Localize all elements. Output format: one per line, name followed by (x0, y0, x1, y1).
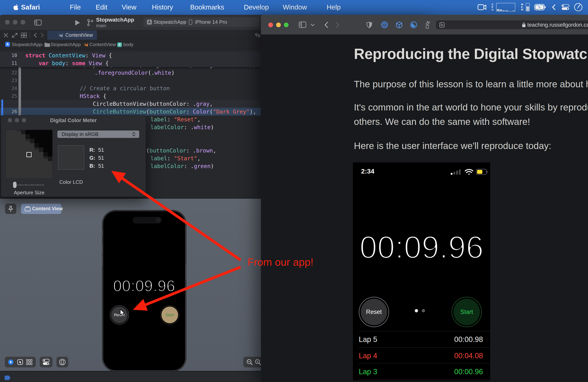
onepassword-extension-icon[interactable] (381, 21, 388, 28)
web-page: Reproducing the Digital Stopwatch The pu… (261, 35, 588, 381)
cellular-signal-icon (451, 169, 463, 175)
breadcrumb-2[interactable]: ContentView (89, 42, 116, 47)
close-button[interactable] (268, 22, 273, 27)
line-number: 11 (0, 59, 17, 67)
wifi-icon (465, 169, 473, 175)
cube-extension-icon[interactable] (396, 21, 402, 28)
tab-contentview[interactable]: ContentView (47, 31, 97, 40)
pin-preview-button[interactable] (5, 204, 16, 214)
noir-extension-icon[interactable] (410, 21, 417, 28)
sidebar-toggle-icon[interactable] (299, 21, 306, 28)
screen-record-icon[interactable] (478, 3, 486, 11)
chevron-left-icon[interactable] (552, 4, 556, 10)
page-paragraph-0: The purpose of this lesson is to learn a… (354, 79, 588, 89)
breakpoint-indicator[interactable] (5, 376, 10, 380)
stopwatch-start-button[interactable]: Start (452, 297, 482, 327)
zoom-actual-size-icon[interactable]: 1 (255, 359, 261, 365)
reader-icon[interactable] (439, 22, 445, 28)
stopwatch-reset-button[interactable]: Reset (359, 297, 389, 327)
pin-icon (8, 206, 13, 212)
device-settings-group[interactable] (40, 357, 53, 367)
slider-tick (26, 184, 26, 186)
focus-ribbon (19, 67, 21, 117)
device-bezel-group[interactable] (56, 357, 68, 367)
minimize-button[interactable] (13, 20, 18, 24)
lap-label: Lap 4 (359, 352, 377, 360)
mem-monitor-icon[interactable]: MEM (521, 3, 530, 11)
display-name-label: Color LCD (58, 179, 84, 185)
preview-target-label: Content View (32, 206, 63, 212)
display-mode-value: Display in sRGB (62, 131, 98, 137)
lap-value: 00:00.98 (454, 335, 483, 344)
live-preview-button[interactable] (8, 360, 13, 365)
scheme-chevron: › (184, 19, 186, 25)
forward-history-icon[interactable] (41, 33, 44, 38)
back-button[interactable] (325, 22, 328, 28)
battery-charging-icon[interactable] (534, 4, 546, 10)
sidebar-chevron-icon[interactable] (311, 24, 315, 26)
aperture-slider-knob[interactable] (13, 182, 17, 188)
code-review-icon[interactable] (255, 33, 261, 38)
cpu-label: CPU (492, 3, 493, 11)
breadcrumb-0[interactable]: StopwatchApp (12, 42, 42, 47)
swift-icon (84, 42, 89, 47)
svg-text:1: 1 (257, 360, 258, 363)
slider-tick (32, 184, 32, 186)
breadcrumb-separator: › (42, 42, 43, 47)
zoom-button[interactable] (21, 20, 25, 24)
selectable-mode-icon[interactable] (17, 359, 23, 365)
scheme-selector[interactable]: StopwatchApp › iPhone 14 Pro (143, 17, 259, 27)
display-mode-dropdown[interactable]: Display in sRGB (57, 130, 139, 138)
control-center-icon[interactable] (562, 4, 569, 10)
preview-reset-button[interactable]: Reset (110, 305, 129, 324)
stopwatch-screenshot: 2:34 00:09.96 Reset Start Lap 500:00.98L… (353, 162, 490, 381)
annotation-text: From our app! (248, 256, 314, 268)
run-button[interactable] (75, 20, 80, 26)
back-history-icon[interactable] (33, 33, 37, 38)
menu-edit[interactable]: Edit (96, 0, 107, 14)
menu-help[interactable]: Help (327, 0, 341, 14)
menu-view[interactable]: View (122, 0, 136, 14)
start-label: Start (460, 308, 473, 316)
page-paragraph-1: It's common in the art world to hone you… (354, 102, 588, 113)
compass-clock-icon[interactable] (574, 3, 583, 11)
menu-safari[interactable]: Safari (21, 0, 40, 14)
zoom-out-icon[interactable] (247, 359, 253, 365)
lap-value: 00:04.08 (454, 352, 483, 360)
close-tab-icon[interactable] (4, 33, 8, 37)
menu-history[interactable]: History (152, 0, 173, 14)
expand-editor-icon[interactable] (12, 33, 18, 38)
line-number: 10 (0, 52, 17, 59)
volume-up-button (102, 245, 103, 254)
menu-window[interactable]: Window (283, 0, 307, 14)
breadcrumb-1[interactable]: StopwatchApp (51, 42, 81, 47)
breadcrumb-separator: › (115, 42, 116, 47)
menu-file[interactable]: File (70, 0, 81, 14)
breadcrumb-3[interactable]: body (123, 42, 133, 47)
minimize-button[interactable] (276, 22, 281, 27)
editor-layout-icon[interactable] (21, 33, 27, 38)
line-number: 22 (0, 69, 17, 77)
privacy-shield-icon[interactable] (366, 21, 372, 28)
stopwatch-timer-display: 00:09.96 (353, 229, 490, 265)
url-bar[interactable]: teaching.russellgordon.ca (436, 21, 588, 29)
variants-icon[interactable] (26, 359, 32, 365)
reset-label: Reset (366, 308, 382, 316)
close-button[interactable] (5, 20, 10, 24)
sidebar-toggle-icon[interactable] (34, 20, 42, 25)
rgb-value-r: R:51 (89, 147, 121, 153)
cpu-monitor-icon[interactable]: CPU (492, 3, 515, 11)
page-dot-inactive[interactable] (422, 309, 425, 312)
aperture-slider-track[interactable] (14, 185, 44, 185)
menu-bookmarks[interactable]: Bookmarks (190, 0, 224, 14)
menu-develop[interactable]: Develop (244, 0, 269, 14)
zoom-button[interactable] (284, 22, 289, 27)
cleaner-extension-icon[interactable] (425, 21, 431, 29)
power-button (186, 263, 187, 280)
url-domain: teaching.russellgordon.ca (527, 22, 588, 28)
preview-target-pill[interactable]: Content View (21, 204, 62, 214)
forward-button[interactable] (336, 22, 339, 28)
preview-start-button[interactable]: Start (160, 305, 179, 324)
apple-menu-icon[interactable] (12, 3, 20, 11)
swift-file-icon (58, 33, 63, 38)
